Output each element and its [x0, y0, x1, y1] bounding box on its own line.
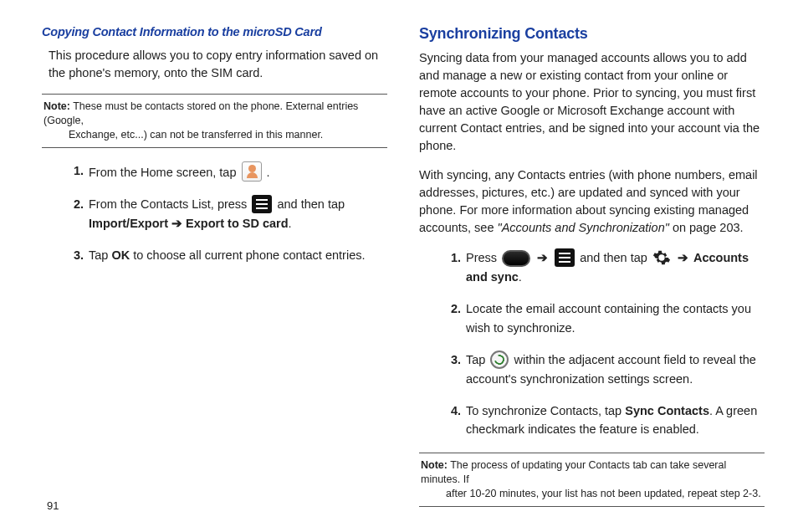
step1-text-a: From the Home screen, tap — [89, 166, 240, 179]
note-label: Note: — [421, 459, 448, 471]
step2-bold: Import/Export ➔ Export to SD card — [89, 217, 289, 230]
step-r1: Press ➔ and then tap ➔ Accounts and sync… — [441, 248, 765, 286]
steps-left: From the Home screen, tap . From the Con… — [64, 161, 387, 265]
note-left: Note: These must be contacts stored on t… — [42, 94, 387, 148]
r4-bold: Sync Contacts — [625, 404, 709, 417]
step3-text-b: to choose all current phone contact entr… — [130, 248, 365, 262]
note-text-line1: These must be contacts stored on the pho… — [43, 100, 358, 126]
p2-text-b: on page 203. — [669, 221, 744, 234]
arrow-icon: ➔ — [676, 251, 693, 264]
intro-paragraph: This procedure allows you to copy entry … — [49, 47, 381, 82]
step2-text-b: and then tap — [277, 197, 345, 211]
step2-text-c: . — [289, 217, 292, 230]
r3-text-a: Tap — [466, 353, 489, 366]
p2-italic: "Accounts and Synchronization" — [498, 221, 669, 234]
steps-right: Press ➔ and then tap ➔ Accounts and sync… — [441, 248, 765, 439]
menu-icon — [252, 195, 272, 213]
step3-bold: OK — [111, 248, 130, 262]
sync-paragraph-1: Syncing data from your managed accounts … — [419, 49, 765, 155]
r4-text-a: To synchronize Contacts, tap — [466, 404, 625, 417]
note-label: Note: — [43, 100, 70, 112]
step-r3: Tap within the adjacent account field to… — [441, 350, 765, 388]
head-synchronizing: Synchronizing Contacts — [419, 25, 765, 43]
sync-icon — [490, 350, 509, 369]
contacts-icon — [242, 161, 262, 182]
r1-text-a: Press — [466, 251, 500, 264]
note-right: Note: The process of updating your Conta… — [419, 453, 765, 507]
note-text-line1: The process of updating your Contacts ta… — [421, 459, 726, 485]
step-r4: To synchronize Contacts, tap Sync Contac… — [441, 402, 765, 439]
subhead-copying: Copying Contact Information to the micro… — [42, 25, 387, 38]
menu-icon — [555, 248, 575, 267]
r3-text-b: within the adjacent account field to rev… — [466, 353, 756, 385]
note-text-line2: after 10-20 minutes, your list has not b… — [421, 487, 763, 501]
note-text-line2: Exchange, etc...) can not be transferred… — [43, 128, 386, 142]
home-button-icon — [502, 250, 530, 267]
step-1: From the Home screen, tap . — [64, 161, 387, 182]
r1-text-c: . — [519, 270, 522, 284]
step1-text-b: . — [267, 166, 270, 179]
arrow-icon: ➔ — [535, 251, 553, 264]
step2-text-a: From the Contacts List, press — [89, 197, 250, 211]
page-content: Copying Contact Information to the micro… — [42, 25, 765, 494]
sync-paragraph-2: With syncing, any Contacts entries (with… — [419, 166, 765, 237]
right-column: Synchronizing Contacts Syncing data from… — [419, 25, 765, 494]
step3-text-a: Tap — [89, 248, 111, 262]
settings-gear-icon — [652, 248, 671, 267]
step-2: From the Contacts List, press and then t… — [64, 195, 387, 233]
step-3: Tap OK to choose all current phone conta… — [64, 246, 387, 264]
r1-text-b: and then tap — [580, 251, 651, 264]
left-column: Copying Contact Information to the micro… — [42, 25, 387, 494]
page-number: 91 — [47, 499, 59, 512]
step-r2: Locate the email account containing the … — [441, 299, 765, 337]
